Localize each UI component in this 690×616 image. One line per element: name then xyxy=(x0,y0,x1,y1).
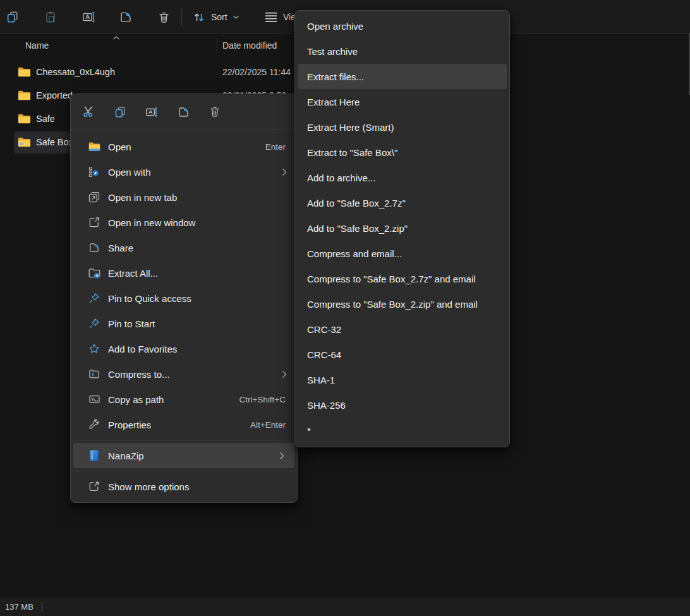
submenu-item-compress-7z-email[interactable]: Compress to "Safe Box_2.7z" and email xyxy=(295,266,509,291)
file-name: Safe xyxy=(36,107,55,131)
submenu-item-add-to-zip[interactable]: Add to "Safe Box_2.zip" xyxy=(295,215,509,241)
menu-item-copy-as-path[interactable]: Copy as path Ctrl+Shift+C xyxy=(71,387,297,412)
menu-separator xyxy=(71,471,297,471)
toolbar-separator xyxy=(181,8,182,25)
submenu-item-crc-32[interactable]: CRC-32 xyxy=(295,317,509,342)
submenu-item-star-all-hashes[interactable]: * xyxy=(295,418,509,443)
zipped-folder-icon xyxy=(17,135,32,150)
shortcut-label: Alt+Enter xyxy=(250,420,286,430)
pin-icon xyxy=(87,292,101,305)
folder-icon xyxy=(17,88,32,103)
copy-as-path-icon xyxy=(87,393,101,406)
wrench-icon xyxy=(87,418,101,431)
folder-icon xyxy=(17,65,32,80)
file-date: 22/02/2025 11:44 xyxy=(222,61,291,84)
rename-button[interactable] xyxy=(145,105,159,119)
menu-item-show-more-options[interactable]: Show more options xyxy=(71,474,297,499)
sort-label: Sort xyxy=(211,12,227,22)
share-icon xyxy=(87,241,101,254)
context-menu-items: Open Enter Open with xyxy=(71,130,297,499)
menu-item-extract-all[interactable]: Extract All... xyxy=(71,260,297,286)
menu-item-share[interactable]: Share xyxy=(71,235,297,260)
delete-icon xyxy=(209,106,221,118)
chevron-down-icon xyxy=(233,15,239,20)
copy-button[interactable] xyxy=(113,105,127,119)
shortcut-label: Ctrl+Shift+C xyxy=(239,395,286,404)
view-icon xyxy=(264,11,278,23)
menu-item-open-in-new-tab[interactable]: Open in new tab xyxy=(71,184,297,210)
menu-item-compress-to[interactable]: Compress to... xyxy=(71,361,297,387)
submenu-chevron-icon xyxy=(282,370,287,378)
status-bar: 137 MB xyxy=(0,598,690,616)
delete-button[interactable] xyxy=(151,4,176,30)
rename-icon xyxy=(82,10,96,24)
submenu-item-add-to-7z[interactable]: Add to "Safe Box_2.7z" xyxy=(295,190,509,215)
status-item-size: 137 MB xyxy=(5,598,33,616)
nanazip-icon xyxy=(87,449,101,462)
paste-button[interactable] xyxy=(38,4,63,30)
share-icon xyxy=(177,106,190,119)
submenu-item-compress-and-email[interactable]: Compress and email... xyxy=(295,241,509,266)
menu-item-open-in-new-window[interactable]: Open in new window xyxy=(71,210,297,235)
menu-item-properties[interactable]: Properties Alt+Enter xyxy=(71,412,297,437)
sort-icon xyxy=(193,11,206,24)
submenu-item-crc-64[interactable]: CRC-64 xyxy=(295,342,509,367)
column-separator[interactable] xyxy=(217,37,217,54)
show-more-options-icon xyxy=(87,480,101,493)
submenu-item-test-archive[interactable]: Test archive xyxy=(295,39,509,64)
submenu-item-open-archive[interactable]: Open archive xyxy=(295,13,509,39)
copy-icon xyxy=(6,10,20,24)
menu-item-pin-to-start[interactable]: Pin to Start xyxy=(71,311,297,336)
pin-icon xyxy=(87,317,101,330)
cut-icon xyxy=(82,105,95,119)
share-button[interactable] xyxy=(176,105,190,119)
status-separator xyxy=(42,602,42,612)
submenu-item-extract-here[interactable]: Extract Here xyxy=(295,89,509,114)
submenu-chevron-icon xyxy=(282,168,287,176)
column-sort-ascending-icon xyxy=(112,35,120,40)
submenu-chevron-icon xyxy=(279,452,284,460)
folder-icon xyxy=(87,140,101,154)
delete-icon xyxy=(157,11,171,24)
menu-item-add-to-favorites[interactable]: Add to Favorites xyxy=(71,336,297,361)
submenu-item-extract-to-folder[interactable]: Extract to "Safe Box\" xyxy=(295,140,509,165)
context-menu-quick-actions xyxy=(71,94,297,130)
rename-icon xyxy=(145,106,159,119)
new-tab-icon xyxy=(87,191,101,203)
cut-button[interactable] xyxy=(82,105,95,119)
menu-item-open-with[interactable]: Open with xyxy=(71,159,297,184)
file-name: Chessato_0xL4ugh xyxy=(36,61,115,84)
submenu-item-compress-zip-email[interactable]: Compress to "Safe Box_2.zip" and email xyxy=(295,291,509,317)
compress-icon xyxy=(87,368,101,380)
sort-button[interactable]: Sort xyxy=(186,4,246,30)
open-with-icon xyxy=(87,166,101,178)
menu-item-open[interactable]: Open Enter xyxy=(71,134,297,159)
submenu-item-sha-1[interactable]: SHA-1 xyxy=(295,367,509,392)
shortcut-label: Enter xyxy=(265,142,286,152)
context-menu: Open Enter Open with xyxy=(70,94,298,503)
menu-item-nanazip[interactable]: NanaZip xyxy=(73,443,294,468)
submenu-item-sha-256[interactable]: SHA-256 xyxy=(295,392,509,418)
delete-button[interactable] xyxy=(208,105,222,119)
rename-button[interactable] xyxy=(76,4,101,30)
menu-separator xyxy=(71,440,297,440)
file-name: Exported xyxy=(36,84,73,107)
new-window-icon xyxy=(87,216,101,229)
menu-item-pin-to-quick-access[interactable]: Pin to Quick access xyxy=(71,286,297,311)
submenu-item-add-to-archive[interactable]: Add to archive... xyxy=(295,165,509,190)
copy-button[interactable] xyxy=(0,4,25,30)
folder-icon xyxy=(17,112,32,126)
share-icon xyxy=(119,10,133,24)
star-icon xyxy=(87,342,101,355)
column-header-name[interactable]: Name xyxy=(25,34,49,57)
extract-all-icon xyxy=(87,267,101,280)
share-button[interactable] xyxy=(113,4,138,30)
nanazip-submenu: Open archive Test archive Extract files.… xyxy=(294,10,510,447)
file-name: Safe Box xyxy=(36,131,73,154)
paste-icon xyxy=(44,10,58,24)
submenu-item-extract-files[interactable]: Extract files... xyxy=(298,64,507,89)
copy-icon xyxy=(114,106,127,119)
column-header-date-modified[interactable]: Date modified xyxy=(222,34,277,57)
submenu-item-extract-here-smart[interactable]: Extract Here (Smart) xyxy=(295,114,509,140)
